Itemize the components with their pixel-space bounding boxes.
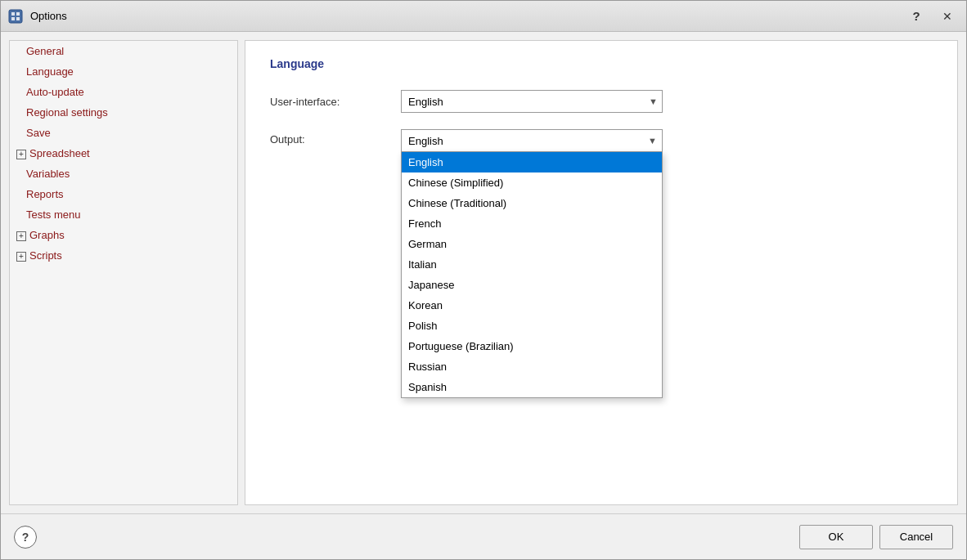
sidebar-item-language[interactable]: Language <box>10 61 237 82</box>
sidebar-label-language: Language <box>26 65 74 78</box>
output-dropdown-container: English ▼ EnglishChinese (Simplified)Chi… <box>401 129 663 152</box>
sidebar-item-auto-update[interactable]: Auto-update <box>10 82 237 102</box>
title-close-button[interactable]: ✕ <box>935 7 960 26</box>
user-interface-row: User-interface: English ▼ <box>270 90 933 113</box>
dropdown-item-korean[interactable]: Korean <box>402 295 662 316</box>
dropdown-item-english[interactable]: English <box>402 152 662 172</box>
output-dropdown-list: EnglishChinese (Simplified)Chinese (Trad… <box>401 151 663 398</box>
output-label: Output: <box>270 129 401 146</box>
expand-icon-graphs: + <box>16 231 26 241</box>
svg-rect-2 <box>16 12 20 16</box>
sidebar-label-general: General <box>26 45 64 57</box>
expand-icon-scripts: + <box>16 252 26 262</box>
sidebar-item-regional-settings[interactable]: Regional settings <box>10 102 237 123</box>
sidebar-item-tests-menu[interactable]: Tests menu <box>10 204 237 225</box>
output-row: Output: English ▼ EnglishChinese (Simpli… <box>270 129 933 152</box>
output-dropdown-trigger[interactable]: English ▼ <box>401 129 663 152</box>
sidebar-item-variables[interactable]: Variables <box>10 164 237 184</box>
svg-rect-4 <box>16 17 20 20</box>
output-selected-value: English <box>408 135 443 147</box>
dropdown-item-portuguese--brazilian-[interactable]: Portuguese (Brazilian) <box>402 336 662 356</box>
cancel-button[interactable]: Cancel <box>879 525 953 549</box>
sidebar: GeneralLanguageAuto-updateRegional setti… <box>9 40 238 505</box>
sidebar-label-save: Save <box>26 127 51 139</box>
output-arrow-icon: ▼ <box>648 136 657 146</box>
app-icon <box>7 8 24 25</box>
sidebar-item-general[interactable]: General <box>10 41 237 61</box>
user-interface-select[interactable]: English <box>401 90 663 113</box>
dropdown-item-russian[interactable]: Russian <box>402 356 662 377</box>
window-title: Options <box>30 10 897 22</box>
title-help-button[interactable]: ? <box>904 7 929 26</box>
svg-rect-3 <box>11 17 15 20</box>
dropdown-item-japanese[interactable]: Japanese <box>402 275 662 295</box>
help-button[interactable]: ? <box>14 526 37 549</box>
dropdown-item-chinese--simplified-[interactable]: Chinese (Simplified) <box>402 172 662 193</box>
footer-right: OK Cancel <box>799 525 953 549</box>
dialog-footer: ? OK Cancel <box>1 513 966 559</box>
sidebar-item-scripts[interactable]: +Scripts <box>10 245 237 266</box>
sidebar-label-tests-menu: Tests menu <box>26 208 80 221</box>
dialog-body: GeneralLanguageAuto-updateRegional setti… <box>1 32 966 513</box>
sidebar-label-regional-settings: Regional settings <box>26 106 108 119</box>
sidebar-label-scripts: Scripts <box>29 249 62 262</box>
title-bar: Options ? ✕ <box>1 1 966 32</box>
footer-left: ? <box>14 526 37 549</box>
sidebar-label-reports: Reports <box>26 188 64 200</box>
sidebar-label-graphs: Graphs <box>29 229 65 241</box>
dropdown-item-chinese--traditional-[interactable]: Chinese (Traditional) <box>402 193 662 213</box>
dropdown-item-french[interactable]: French <box>402 213 662 234</box>
dropdown-item-polish[interactable]: Polish <box>402 316 662 336</box>
sidebar-item-graphs[interactable]: +Graphs <box>10 225 237 245</box>
content-area: Language User-interface: English ▼ Outpu… <box>245 40 958 505</box>
svg-rect-0 <box>9 10 22 23</box>
sidebar-label-spreadsheet: Spreadsheet <box>29 147 90 159</box>
expand-icon-spreadsheet: + <box>16 150 26 159</box>
dropdown-item-italian[interactable]: Italian <box>402 254 662 275</box>
ok-button[interactable]: OK <box>799 525 873 549</box>
options-dialog: Options ? ✕ GeneralLanguageAuto-updateRe… <box>0 0 967 560</box>
sidebar-label-variables: Variables <box>26 168 70 180</box>
user-interface-select-wrapper: English ▼ <box>401 90 663 113</box>
sidebar-item-save[interactable]: Save <box>10 123 237 143</box>
svg-rect-1 <box>11 12 15 16</box>
sidebar-item-reports[interactable]: Reports <box>10 184 237 204</box>
sidebar-label-auto-update: Auto-update <box>26 86 84 98</box>
dropdown-item-spanish[interactable]: Spanish <box>402 377 662 397</box>
user-interface-label: User-interface: <box>270 96 401 108</box>
dropdown-item-german[interactable]: German <box>402 234 662 254</box>
section-title: Language <box>270 57 933 70</box>
sidebar-item-spreadsheet[interactable]: +Spreadsheet <box>10 143 237 164</box>
